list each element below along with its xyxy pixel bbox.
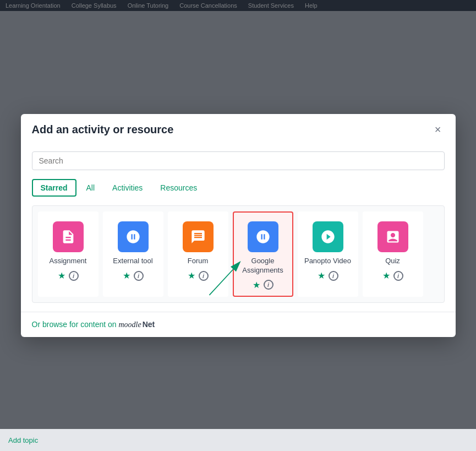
- modal-body: Starred All Activities Resources A: [21, 143, 456, 312]
- google-assignments-info[interactable]: i: [264, 280, 273, 290]
- external-tool-icon: [118, 221, 149, 252]
- forum-actions: ★ i: [188, 270, 209, 281]
- tab-resources[interactable]: Resources: [152, 179, 205, 197]
- modal-header: Add an activity or resource ×: [21, 114, 456, 143]
- modal-close-button[interactable]: ×: [431, 123, 445, 136]
- search-input[interactable]: [32, 151, 445, 170]
- forum-info[interactable]: i: [199, 271, 209, 281]
- forum-star[interactable]: ★: [188, 270, 195, 281]
- item-card-forum[interactable]: Forum ★ i: [168, 211, 228, 297]
- quiz-icon: [377, 221, 408, 252]
- quiz-star[interactable]: ★: [382, 270, 390, 281]
- item-card-google-assignments[interactable]: Google Assignments ★ i: [233, 211, 293, 297]
- assignment-info[interactable]: i: [69, 271, 79, 281]
- tab-activities[interactable]: Activities: [105, 179, 150, 197]
- item-card-assignment[interactable]: Assignment ★ i: [38, 211, 99, 297]
- google-assignments-actions: ★ i: [253, 280, 273, 290]
- external-tool-info[interactable]: i: [134, 271, 144, 281]
- panopto-actions: ★ i: [318, 270, 338, 281]
- moodle-net-logo: moodleNet: [118, 320, 155, 329]
- items-grid: Assignment ★ i External too: [32, 205, 445, 303]
- external-tool-actions: ★ i: [123, 270, 144, 281]
- forum-icon: [183, 221, 214, 252]
- forum-label: Forum: [188, 257, 209, 266]
- modal-footer: Or browse for content on moodleNet: [21, 312, 456, 337]
- bottom-bar: Add topic: [0, 429, 476, 451]
- quiz-label: Quiz: [385, 257, 400, 266]
- assignment-label: Assignment: [50, 257, 87, 266]
- browse-text: Or browse for content on: [32, 320, 119, 329]
- external-tool-star[interactable]: ★: [123, 270, 130, 281]
- add-activity-modal: Add an activity or resource × Starred Al…: [21, 114, 456, 337]
- google-assignments-label: Google Assignments: [238, 257, 288, 275]
- item-card-quiz[interactable]: Quiz ★ i: [363, 211, 423, 297]
- assignment-star[interactable]: ★: [58, 270, 65, 281]
- panopto-icon: [313, 221, 343, 252]
- google-assignments-star[interactable]: ★: [253, 280, 260, 290]
- moodle-italic-text: moodle: [118, 320, 141, 329]
- external-tool-label: External tool: [113, 257, 152, 266]
- item-card-panopto[interactable]: Panopto Video ★ i: [298, 211, 358, 297]
- search-container: [32, 151, 445, 170]
- tabs-container: Starred All Activities Resources: [32, 179, 445, 197]
- quiz-info[interactable]: i: [393, 271, 403, 281]
- assignment-actions: ★ i: [58, 270, 79, 281]
- add-topic-link[interactable]: Add topic: [8, 436, 38, 444]
- modal-overlay: Add an activity or resource × Starred Al…: [0, 0, 476, 451]
- panopto-star[interactable]: ★: [318, 270, 325, 281]
- tab-all[interactable]: All: [79, 179, 103, 197]
- tab-starred[interactable]: Starred: [32, 179, 76, 197]
- google-assignments-icon: [248, 221, 278, 252]
- panopto-label: Panopto Video: [304, 257, 351, 266]
- quiz-actions: ★ i: [382, 270, 403, 281]
- moodle-net-text: Net: [143, 320, 155, 329]
- browse-link[interactable]: Or browse for content on moodleNet: [32, 320, 155, 329]
- modal-title: Add an activity or resource: [32, 123, 174, 136]
- item-card-external-tool[interactable]: External tool ★ i: [103, 211, 163, 297]
- assignment-icon: [53, 221, 84, 252]
- panopto-info[interactable]: i: [329, 271, 338, 281]
